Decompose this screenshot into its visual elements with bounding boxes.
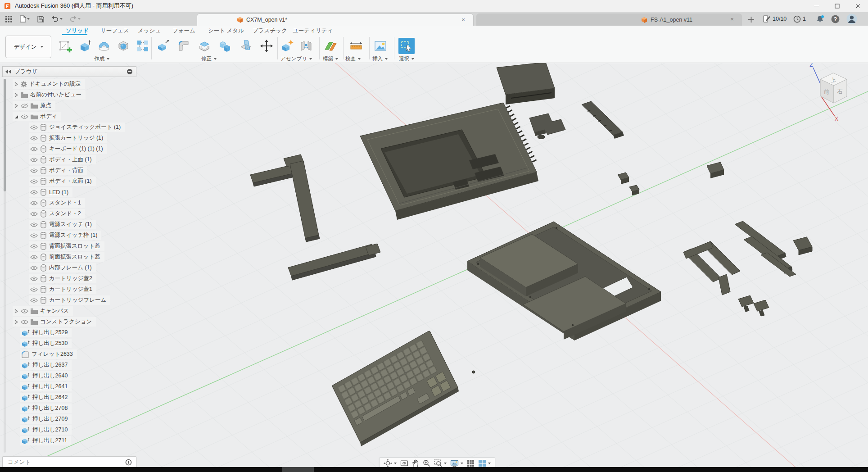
split-body-button[interactable] <box>238 38 254 54</box>
viewcube-top-label[interactable]: 上 <box>830 77 836 83</box>
visibility-on-icon[interactable] <box>21 309 28 314</box>
grid-display-tool[interactable] <box>467 459 475 467</box>
tree-body-row[interactable]: キーボード (1) (1) (1) <box>29 144 107 154</box>
viewport[interactable]: 上 前 右 Z X ブラウザ ドキュメントの設定 名前の付いたビュー <box>0 63 868 472</box>
tree-body-row[interactable]: 電源スイッチ (1) <box>29 220 96 229</box>
tree-body-row[interactable]: カートリッジ蓋2 <box>29 274 96 283</box>
display-settings-tool[interactable] <box>450 460 463 467</box>
tree-body-row[interactable]: 拡張カートリッジ (1) <box>29 133 107 143</box>
tree-body-row[interactable]: 電源スイッチ枠 (1) <box>29 231 101 240</box>
chevron-collapsed-icon[interactable] <box>14 93 18 97</box>
select-tool-button[interactable] <box>398 38 415 54</box>
redo-button[interactable] <box>68 12 82 26</box>
comment-marker-icon[interactable] <box>125 459 132 466</box>
ribbon-tab-utilities[interactable]: ユーティリティ <box>293 27 333 35</box>
tree-body-row[interactable]: スタンド・2 <box>29 209 85 218</box>
ribbon-tab-surface[interactable]: サーフェス <box>100 27 129 35</box>
group-label-create[interactable]: 作成 <box>94 55 109 62</box>
ribbon-tab-mesh[interactable]: メッシュ <box>138 27 161 35</box>
pattern-button[interactable] <box>135 38 151 54</box>
help-button[interactable]: ? <box>831 12 840 26</box>
history-indicator[interactable]: 1 <box>793 12 806 26</box>
measure-button[interactable] <box>348 38 364 54</box>
viewcube-right-label[interactable]: 右 <box>837 88 843 95</box>
tree-feature-extrude[interactable]: 押し出し2642 <box>20 393 72 402</box>
visibility-off-icon[interactable] <box>21 103 28 109</box>
tree-feature-extrude[interactable]: 押し出し2711 <box>20 436 71 445</box>
tree-body-row[interactable]: ボディ・底面 (1) <box>29 177 96 186</box>
tree-body-row[interactable]: 前面拡張スロット蓋 <box>29 252 104 262</box>
tree-feature-extrude[interactable]: 押し出し2710 <box>20 425 72 435</box>
tree-body-row[interactable]: スタンド・1 <box>29 198 85 208</box>
shell-button[interactable] <box>196 38 212 54</box>
chevron-collapsed-icon[interactable] <box>14 320 18 324</box>
new-tab-button[interactable] <box>746 14 756 25</box>
3d-scene[interactable]: 上 前 右 Z X <box>0 63 868 472</box>
group-label-select[interactable]: 選択 <box>399 55 414 62</box>
construct-plane-button[interactable] <box>322 38 339 54</box>
browser-scrollbar[interactable] <box>4 79 6 453</box>
tree-body-row[interactable]: ボディ・背面 <box>29 166 87 175</box>
tree-item-document-settings[interactable]: ドキュメントの設定 <box>13 79 85 89</box>
tree-item-bodies-folder[interactable]: ボディ <box>13 112 61 121</box>
tree-body-row[interactable]: 背面拡張スロット蓋 <box>29 241 104 251</box>
press-pull-button[interactable] <box>155 38 171 54</box>
ribbon-tab-sheetmetal[interactable]: シート メタル <box>208 27 244 35</box>
browser-panel-header[interactable]: ブラウザ <box>2 66 136 77</box>
undo-button[interactable] <box>50 12 64 26</box>
group-label-construct[interactable]: 構築 <box>323 55 338 62</box>
fit-view-tool[interactable] <box>434 459 447 467</box>
primitive-button[interactable] <box>115 38 131 54</box>
new-component-button[interactable] <box>280 38 296 54</box>
tab-close-icon[interactable]: × <box>728 16 736 23</box>
notifications-button[interactable] <box>816 12 824 26</box>
ribbon-tab-form[interactable]: フォーム <box>172 27 195 35</box>
tree-item-named-views[interactable]: 名前の付いたビュー <box>13 90 86 100</box>
tree-feature-extrude[interactable]: 押し出し2530 <box>20 339 72 348</box>
minimize-button[interactable] <box>806 0 827 12</box>
tree-feature-extrude[interactable]: 押し出し2529 <box>20 328 72 337</box>
tree-feature-extrude[interactable]: 押し出し2641 <box>20 382 72 391</box>
combine-button[interactable] <box>217 38 233 54</box>
viewcube-front-label[interactable]: 前 <box>824 89 829 95</box>
job-status-indicator[interactable]: 10/10 <box>763 12 787 26</box>
create-sketch-button[interactable] <box>57 38 73 54</box>
panel-options-icon[interactable] <box>127 68 133 75</box>
chevron-collapsed-icon[interactable] <box>14 82 18 86</box>
group-label-inspect[interactable]: 検査 <box>345 55 361 62</box>
tree-feature-fillet[interactable]: フィレット2633 <box>20 349 77 359</box>
tree-feature-extrude[interactable]: 押し出し2709 <box>20 414 72 424</box>
visibility-on-icon[interactable] <box>30 125 38 130</box>
zoom-tool[interactable] <box>423 459 430 467</box>
tree-item-origin[interactable]: 原点 <box>13 101 55 110</box>
document-tab-active[interactable]: CX7M_open v1* × <box>197 14 474 26</box>
move-copy-button[interactable] <box>258 38 275 54</box>
close-button[interactable] <box>847 0 868 12</box>
look-at-tool[interactable] <box>400 460 408 467</box>
save-button[interactable] <box>35 12 46 26</box>
avatar[interactable] <box>846 12 857 26</box>
viewports-tool[interactable] <box>478 459 491 467</box>
tree-body-row[interactable]: カートリッジ蓋1 <box>29 285 96 294</box>
joint-button[interactable] <box>298 38 314 54</box>
group-label-assemble[interactable]: アセンブリ <box>280 55 312 62</box>
tree-body-row[interactable]: ボディ・上面 (1) <box>29 155 96 164</box>
collapse-panel-icon[interactable] <box>5 69 12 74</box>
tree-feature-extrude[interactable]: 押し出し2640 <box>20 371 72 381</box>
tree-body-row[interactable]: カートリッジフレーム <box>29 295 110 305</box>
extrude-button[interactable] <box>77 38 93 54</box>
app-grid-icon[interactable] <box>3 12 14 26</box>
tree-feature-extrude[interactable]: 押し出し2708 <box>20 404 72 413</box>
workspace-selector[interactable]: デザイン <box>5 36 51 58</box>
group-label-insert[interactable]: 挿入 <box>372 55 388 62</box>
insert-image-button[interactable] <box>372 38 389 54</box>
revolve-button[interactable] <box>96 38 112 54</box>
tree-item-canvases[interactable]: キャンバス <box>13 306 73 316</box>
file-menu-button[interactable] <box>18 12 32 26</box>
orbit-tool[interactable] <box>384 459 397 467</box>
chevron-collapsed-icon[interactable] <box>14 104 18 108</box>
maximize-button[interactable] <box>827 0 847 12</box>
tab-close-icon[interactable]: × <box>460 16 467 23</box>
comment-input[interactable]: コメント <box>2 456 136 468</box>
visibility-on-icon[interactable] <box>21 114 28 119</box>
